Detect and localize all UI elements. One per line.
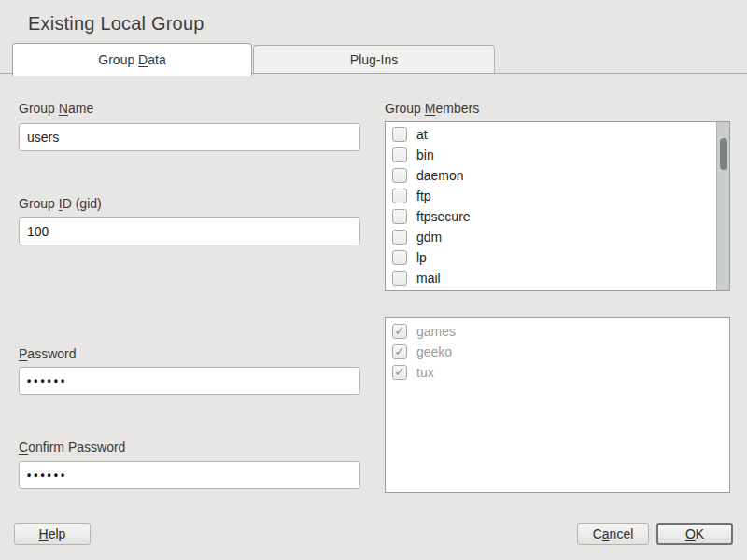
checkbox-icon[interactable] bbox=[392, 209, 407, 224]
checked-checkbox-icon bbox=[392, 365, 407, 380]
confirm-password-input[interactable] bbox=[19, 461, 360, 489]
ok-button[interactable]: OK bbox=[656, 523, 733, 545]
group-id-input[interactable] bbox=[19, 217, 360, 245]
tab-group-data-label: Group Data bbox=[98, 52, 165, 67]
selected-members-list: games geeko tux bbox=[385, 317, 730, 493]
checkbox-icon[interactable] bbox=[392, 271, 407, 286]
checked-checkbox-icon bbox=[392, 324, 407, 339]
tab-group-data[interactable]: Group Data bbox=[12, 43, 252, 76]
cancel-button-label: Cancel bbox=[593, 526, 634, 541]
group-members-list[interactable]: at bin daemon ftp ftpsecure gdm lp mail bbox=[385, 121, 730, 291]
list-item[interactable]: lp bbox=[386, 247, 716, 268]
list-item[interactable]: bin bbox=[386, 145, 716, 165]
help-button-label: Help bbox=[39, 526, 66, 541]
list-item: tux bbox=[386, 362, 729, 383]
password-label: Password bbox=[19, 346, 76, 362]
list-item: games bbox=[386, 321, 729, 342]
list-item[interactable]: ftp bbox=[386, 186, 716, 206]
scrollbar-thumb[interactable] bbox=[720, 138, 727, 170]
page-title: Existing Local Group bbox=[28, 13, 204, 35]
password-input[interactable] bbox=[19, 367, 360, 395]
list-item[interactable]: at bbox=[386, 124, 716, 145]
tab-plug-ins-label: Plug-Ins bbox=[350, 52, 398, 67]
checkbox-icon[interactable] bbox=[392, 250, 407, 265]
list-item[interactable]: ftpsecure bbox=[386, 206, 716, 227]
cancel-button[interactable]: Cancel bbox=[577, 523, 649, 545]
checked-checkbox-icon bbox=[392, 344, 407, 359]
checkbox-icon[interactable] bbox=[392, 168, 407, 183]
list-item[interactable]: gdm bbox=[386, 227, 716, 247]
list-item: geeko bbox=[386, 342, 729, 362]
checkbox-icon[interactable] bbox=[392, 230, 407, 245]
scrollbar-track[interactable] bbox=[716, 122, 729, 290]
list-item-partial[interactable] bbox=[386, 288, 716, 291]
list-item[interactable]: mail bbox=[386, 268, 716, 288]
checkbox-icon[interactable] bbox=[392, 147, 407, 162]
group-name-label: Group Name bbox=[19, 101, 93, 117]
tab-plug-ins[interactable]: Plug-Ins bbox=[253, 45, 495, 73]
help-button[interactable]: Help bbox=[14, 523, 91, 545]
group-members-label: Group Members bbox=[385, 101, 479, 117]
group-id-label: Group ID (gid) bbox=[19, 196, 102, 212]
ok-button-label: OK bbox=[685, 526, 704, 541]
confirm-password-label: Confirm Password bbox=[19, 440, 125, 455]
checkbox-icon[interactable] bbox=[392, 127, 407, 142]
list-item[interactable]: daemon bbox=[386, 165, 716, 186]
checkbox-icon[interactable] bbox=[392, 189, 407, 203]
group-name-input[interactable] bbox=[19, 123, 360, 151]
